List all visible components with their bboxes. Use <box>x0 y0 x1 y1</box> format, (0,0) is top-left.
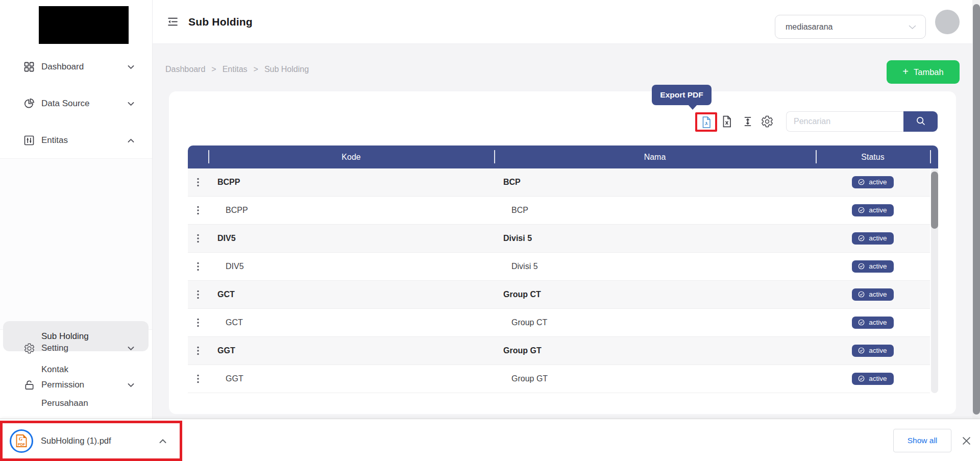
gear-icon <box>23 342 35 354</box>
search-input[interactable] <box>786 111 903 132</box>
app-screen: Dashboard Data Source Entitas Sub Holdin… <box>0 0 980 461</box>
check-circle-icon <box>857 178 865 186</box>
cell-nama: BCP <box>494 178 816 187</box>
cell-nama: BCP <box>494 206 816 215</box>
status-badge: active <box>852 288 893 301</box>
row-height-icon[interactable] <box>741 115 754 128</box>
row-menu-kebab-icon[interactable] <box>193 373 203 384</box>
status-badge: active <box>852 345 893 357</box>
export-excel-icon[interactable] <box>720 115 733 128</box>
status-badge: active <box>852 232 893 245</box>
chevron-down-icon <box>909 22 916 32</box>
breadcrumb-dashboard[interactable]: Dashboard <box>165 65 205 74</box>
status-badge-label: active <box>869 347 887 354</box>
row-menu-kebab-icon[interactable] <box>193 177 203 188</box>
cell-kode: DIV5 <box>208 234 494 243</box>
table-row: GGT Group GT active <box>188 337 930 365</box>
row-menu-kebab-icon[interactable] <box>193 233 203 244</box>
check-circle-icon <box>857 290 865 298</box>
svg-text:G: G <box>19 436 23 442</box>
cell-nama: Group GT <box>494 346 816 355</box>
header-nama: Nama <box>494 153 816 162</box>
search-button[interactable] <box>903 111 938 132</box>
sidebar-item-label: Entitas <box>41 135 68 145</box>
chevron-down-icon <box>128 380 134 390</box>
downloaded-file-name: SubHolding (1).pdf <box>41 436 111 446</box>
sidebar-item-permission[interactable]: Permission <box>0 373 153 397</box>
column-divider <box>816 150 817 163</box>
tenant-dropdown[interactable]: mediasarana <box>775 15 926 39</box>
unlock-icon <box>23 379 35 391</box>
chevron-up-icon <box>128 136 134 145</box>
annotation-highlight-box <box>695 112 717 132</box>
status-badge: active <box>852 317 893 329</box>
breadcrumb-entitas[interactable]: Entitas <box>223 65 248 74</box>
status-badge: active <box>852 204 893 216</box>
chevron-down-icon <box>128 62 134 71</box>
breadcrumb-separator: > <box>254 65 258 74</box>
sidebar-item-entitas[interactable]: Entitas <box>0 128 153 153</box>
row-menu-kebab-icon[interactable] <box>193 289 203 300</box>
sidebar-item-label: Dashboard <box>41 62 84 72</box>
header-kode: Kode <box>208 153 494 162</box>
cell-kode: GGT <box>208 346 494 355</box>
cell-kode: GGT <box>208 374 494 383</box>
table-scrollbar-thumb[interactable] <box>931 172 938 229</box>
sidebar-item-dashboard[interactable]: Dashboard <box>0 55 153 79</box>
cell-kode: GCT <box>208 290 494 299</box>
row-menu-kebab-icon[interactable] <box>193 205 203 216</box>
svg-text:PDF: PDF <box>18 443 26 446</box>
table-row: DIV5 Divisi 5 active <box>188 253 930 281</box>
check-circle-icon <box>857 234 865 242</box>
show-all-button[interactable]: Show all <box>893 429 951 452</box>
user-avatar[interactable] <box>935 10 960 34</box>
annotation-highlight-box: GPDF SubHolding (1).pdf <box>0 421 182 461</box>
search-group <box>786 111 938 132</box>
tooltip-label: Export PDF <box>660 90 703 100</box>
page-scrollbar-track <box>972 0 980 419</box>
status-badge: active <box>852 176 893 188</box>
cell-kode: DIV5 <box>208 262 494 271</box>
pie-chart-icon <box>23 98 35 110</box>
status-badge-label: active <box>869 290 887 298</box>
status-badge: active <box>852 373 893 385</box>
status-badge-label: active <box>869 206 887 214</box>
export-pdf-icon[interactable] <box>700 115 713 129</box>
status-badge-label: active <box>869 234 887 242</box>
sidebar-item-label: Data Source <box>41 99 90 109</box>
sidebar: Dashboard Data Source Entitas Sub Holdin… <box>0 0 153 419</box>
plus-icon: + <box>902 66 909 78</box>
sidebar-item-setting[interactable]: Setting <box>0 336 153 360</box>
status-badge-label: active <box>869 178 887 186</box>
cell-nama: Divisi 5 <box>494 262 816 271</box>
page-scrollbar-thumb[interactable] <box>973 4 980 415</box>
table-header: Kode Nama Status <box>188 145 938 168</box>
downloaded-file-chip[interactable]: GPDF SubHolding (1).pdf <box>3 423 180 458</box>
breadcrumb-separator: > <box>211 65 216 74</box>
page-title: Sub Holding <box>188 16 253 28</box>
row-menu-kebab-icon[interactable] <box>193 345 203 356</box>
close-icon[interactable] <box>961 435 972 446</box>
status-badge: active <box>852 260 893 273</box>
breadcrumb-current: Sub Holding <box>264 65 309 74</box>
cell-kode: GCT <box>208 318 494 327</box>
sidebar-item-label: Setting <box>41 343 68 353</box>
cell-nama: Group GT <box>494 374 816 383</box>
dashboard-grid-icon <box>23 61 35 73</box>
cell-nama: Group CT <box>494 318 816 327</box>
table-settings-icon[interactable] <box>761 115 774 128</box>
menu-fold-icon[interactable] <box>166 15 179 29</box>
chevron-up-icon[interactable] <box>159 436 166 446</box>
sidebar-item-data-source[interactable]: Data Source <box>0 91 153 116</box>
status-badge-label: active <box>869 319 887 326</box>
breadcrumb: Dashboard > Entitas > Sub Holding <box>165 65 309 74</box>
check-circle-icon <box>857 319 865 326</box>
row-menu-kebab-icon[interactable] <box>193 261 203 272</box>
table-row: GCT Group CT active <box>188 281 930 309</box>
column-divider <box>930 150 931 163</box>
sidebar-item-label: Permission <box>41 380 84 390</box>
table-body: BCPP BCP active BCPP BCP active <box>188 168 930 393</box>
table-row: DIV5 Divisi 5 active <box>188 225 930 253</box>
add-button[interactable]: + Tambah <box>887 60 960 84</box>
row-menu-kebab-icon[interactable] <box>193 317 203 328</box>
